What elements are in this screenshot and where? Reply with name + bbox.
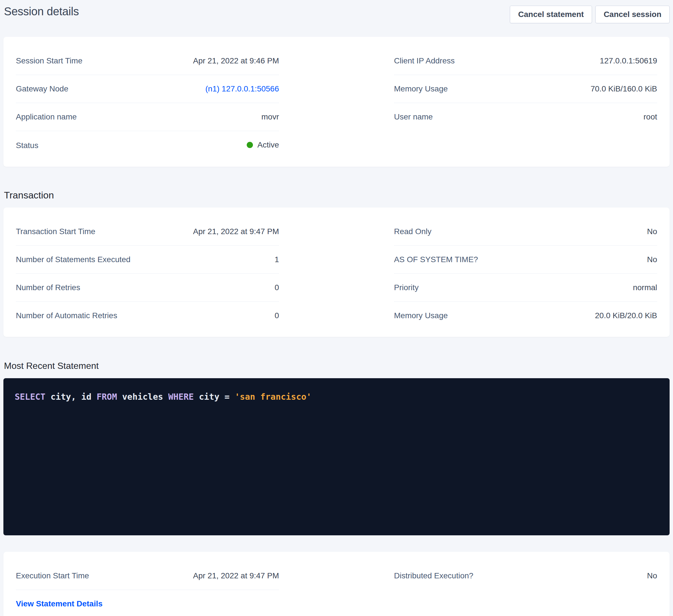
distributed-execution-label: Distributed Execution? [394,571,473,580]
status-value: Active [247,140,279,149]
client-ip-label: Client IP Address [394,56,455,65]
session-card-right-column: Client IP Address 127.0.0.1:50619 Memory… [394,47,657,160]
priority-label: Priority [394,283,419,292]
transaction-memory-usage-label: Memory Usage [394,311,448,320]
as-of-system-time-value: No [647,255,657,264]
status-text: Active [257,140,279,149]
page-header: Session details Cancel statement Cancel … [0,0,673,23]
execution-card-left-column: Execution Start Time Apr 21, 2022 at 9:4… [16,562,279,616]
sql-statement: SELECT city, id FROM vehicles WHERE city… [15,391,658,402]
sql-columns: city, id [45,392,96,402]
automatic-retries-value: 0 [274,311,279,320]
sql-keyword-select: SELECT [15,392,45,402]
statements-executed-row: Number of Statements Executed 1 [16,246,279,274]
transaction-memory-usage-row: Memory Usage 20.0 KiB/20.0 KiB [394,302,657,329]
execution-card: Execution Start Time Apr 21, 2022 at 9:4… [3,552,670,616]
sql-code-block: SELECT city, id FROM vehicles WHERE city… [3,378,670,535]
retries-label: Number of Retries [16,283,80,292]
user-name-row: User name root [394,103,657,131]
view-statement-details-row: View Statement Details [16,590,279,616]
session-start-time-label: Session Start Time [16,56,82,65]
application-name-label: Application name [16,112,77,121]
session-start-time-value: Apr 21, 2022 at 9:46 PM [193,56,279,65]
session-memory-usage-value: 70.0 KiB/160.0 KiB [591,84,657,93]
statements-executed-label: Number of Statements Executed [16,255,131,264]
sql-condition: city = [194,392,235,402]
gateway-node-row: Gateway Node (n1) 127.0.0.1:50566 [16,75,279,103]
status-active-dot-icon [247,142,253,148]
statements-executed-value: 1 [274,255,279,264]
execution-start-time-value: Apr 21, 2022 at 9:47 PM [193,571,279,580]
application-name-value: movr [261,112,279,121]
priority-row: Priority normal [394,274,657,302]
session-memory-usage-label: Memory Usage [394,84,448,93]
session-card-left-column: Session Start Time Apr 21, 2022 at 9:46 … [16,47,279,160]
client-ip-value: 127.0.0.1:50619 [600,56,657,65]
header-actions: Cancel statement Cancel session [510,5,670,23]
priority-value: normal [633,283,657,292]
cancel-session-button[interactable]: Cancel session [596,6,670,23]
transaction-memory-usage-value: 20.0 KiB/20.0 KiB [595,311,657,320]
automatic-retries-row: Number of Automatic Retries 0 [16,302,279,329]
status-row: Status Active [16,131,279,160]
view-statement-details-link[interactable]: View Statement Details [16,599,102,608]
user-name-label: User name [394,112,433,121]
most-recent-statement-heading: Most Recent Statement [4,360,673,371]
transaction-start-time-row: Transaction Start Time Apr 21, 2022 at 9… [16,218,279,246]
read-only-row: Read Only No [394,218,657,246]
as-of-system-time-label: AS OF SYSTEM TIME? [394,255,478,264]
execution-card-right-column: Distributed Execution? No [394,562,657,616]
transaction-card-right-column: Read Only No AS OF SYSTEM TIME? No Prior… [394,218,657,329]
user-name-value: root [644,112,657,121]
read-only-label: Read Only [394,227,431,236]
read-only-value: No [647,227,657,236]
sql-string-literal: 'san francisco' [235,392,311,402]
as-of-system-time-row: AS OF SYSTEM TIME? No [394,246,657,274]
transaction-card-left-column: Transaction Start Time Apr 21, 2022 at 9… [16,218,279,329]
transaction-start-time-label: Transaction Start Time [16,227,95,236]
session-start-time-row: Session Start Time Apr 21, 2022 at 9:46 … [16,47,279,75]
client-ip-row: Client IP Address 127.0.0.1:50619 [394,47,657,75]
execution-start-time-row: Execution Start Time Apr 21, 2022 at 9:4… [16,562,279,590]
transaction-section-heading: Transaction [4,190,673,201]
gateway-node-label: Gateway Node [16,84,68,93]
cancel-statement-button[interactable]: Cancel statement [510,6,592,23]
sql-keyword-where: WHERE [168,392,194,402]
application-name-row: Application name movr [16,103,279,131]
transaction-start-time-value: Apr 21, 2022 at 9:47 PM [193,227,279,236]
status-label: Status [16,141,38,150]
execution-start-time-label: Execution Start Time [16,571,89,580]
retries-value: 0 [274,283,279,292]
sql-keyword-from: FROM [96,392,117,402]
page-title: Session details [4,5,79,18]
session-details-card: Session Start Time Apr 21, 2022 at 9:46 … [3,37,670,167]
session-memory-usage-row: Memory Usage 70.0 KiB/160.0 KiB [394,75,657,103]
retries-row: Number of Retries 0 [16,274,279,302]
automatic-retries-label: Number of Automatic Retries [16,311,117,320]
transaction-card: Transaction Start Time Apr 21, 2022 at 9… [3,208,670,337]
gateway-node-link[interactable]: (n1) 127.0.0.1:50566 [205,84,279,93]
sql-table: vehicles [117,392,168,402]
distributed-execution-value: No [647,571,657,580]
distributed-execution-row: Distributed Execution? No [394,562,657,590]
